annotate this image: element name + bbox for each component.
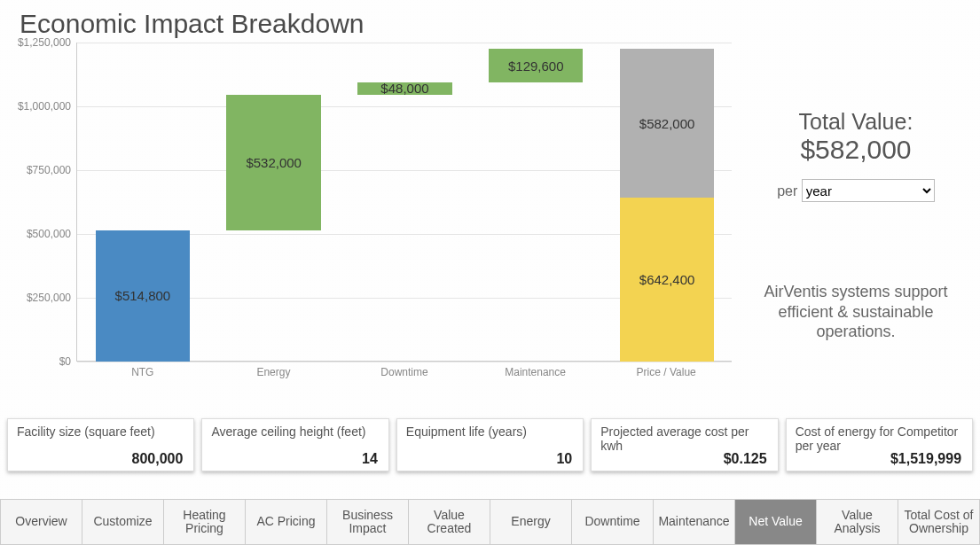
total-value: $582,000	[744, 135, 968, 165]
input-value: $0.125	[724, 451, 767, 467]
y-tick: $500,000	[27, 228, 71, 240]
x-label: Price / Value	[600, 366, 732, 378]
bar-ntg: $514,800	[96, 230, 190, 362]
y-tick: $250,000	[27, 292, 71, 304]
x-label: NTG	[77, 366, 208, 378]
y-tick: $1,000,000	[18, 100, 71, 113]
input-value: $1,519,999	[890, 451, 961, 467]
input-card[interactable]: Facility size (square feet)800,000	[7, 418, 194, 471]
tab-maintenance[interactable]: Maintenance	[654, 499, 735, 545]
input-card[interactable]: Projected average cost per kwh$0.125	[591, 418, 778, 471]
per-select[interactable]: yearmonthday	[802, 179, 935, 202]
tab-energy[interactable]: Energy	[490, 499, 572, 545]
tab-total-cost-of-ownership[interactable]: Total Cost of Ownership	[898, 499, 980, 545]
input-label: Cost of energy for Competitor per year	[796, 424, 963, 453]
y-tick: $750,000	[27, 164, 71, 176]
bar-energy: $532,000	[226, 95, 320, 230]
input-label: Equipment life (years)	[406, 424, 574, 439]
bar-downtime: $48,000	[357, 82, 451, 95]
tab-downtime[interactable]: Downtime	[572, 499, 654, 545]
bar-value: $582,000	[620, 49, 714, 198]
input-label: Facility size (square feet)	[17, 424, 184, 439]
tab-customize[interactable]: Customize	[82, 499, 164, 545]
bar-maintenance: $129,600	[489, 49, 583, 82]
input-label: Average ceiling height (feet)	[211, 424, 379, 439]
tab-heating-pricing[interactable]: Heating Pricing	[164, 499, 246, 545]
y-tick: $0	[59, 355, 71, 368]
input-value: 800,000	[132, 451, 184, 467]
per-prefix: per	[777, 183, 797, 199]
page-title: Economic Impact Breakdown	[0, 0, 980, 43]
tab-overview[interactable]: Overview	[0, 499, 82, 545]
bar-price: $642,400	[620, 198, 714, 362]
x-label: Energy	[208, 366, 340, 378]
x-label: Maintenance	[470, 366, 601, 378]
x-label: Downtime	[339, 366, 470, 378]
tab-ac-pricing[interactable]: AC Pricing	[246, 499, 327, 545]
tab-value-analysis[interactable]: Value Analysis	[817, 499, 898, 545]
input-card[interactable]: Equipment life (years)10	[396, 418, 584, 471]
input-card[interactable]: Average ceiling height (feet)14	[201, 418, 388, 471]
input-value: 10	[556, 451, 572, 467]
total-value-label: Total Value:	[744, 109, 968, 135]
waterfall-chart: $0$250,000$500,000$750,000$1,000,000$1,2…	[0, 43, 732, 388]
y-tick: $1,250,000	[18, 36, 71, 49]
tab-value-created[interactable]: Value Created	[409, 499, 490, 545]
input-label: Projected average cost per kwh	[600, 424, 768, 453]
input-card[interactable]: Cost of energy for Competitor per year$1…	[786, 418, 973, 471]
tab-business-impact[interactable]: Business Impact	[327, 499, 409, 545]
tab-net-value[interactable]: Net Value	[735, 499, 817, 545]
input-value: 14	[362, 451, 378, 467]
tagline: AirVentis systems support efficient & su…	[744, 282, 968, 342]
